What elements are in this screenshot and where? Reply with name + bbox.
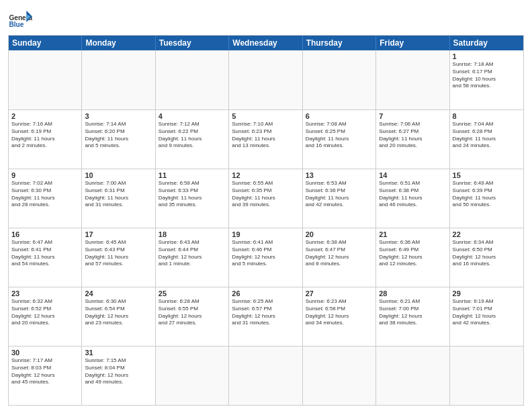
day-info: Sunrise: 7:08 AMSunset: 6:25 PMDaylight:… [306,121,373,150]
day-info: Sunrise: 6:38 AMSunset: 6:47 PMDaylight:… [306,239,373,268]
day-number: 17 [85,230,152,238]
calendar-row-4: 23Sunrise: 6:32 AMSunset: 6:52 PMDayligh… [9,287,523,346]
day-number: 20 [306,230,373,238]
day-info: Sunrise: 7:17 AMSunset: 8:03 PMDaylight:… [11,357,79,386]
day-number: 18 [159,230,226,238]
calendar-cell: 3Sunrise: 7:14 AMSunset: 6:20 PMDaylight… [82,110,155,169]
day-info: Sunrise: 6:41 AMSunset: 6:46 PMDaylight:… [232,239,299,268]
calendar-cell: 11Sunrise: 6:58 AMSunset: 6:33 PMDayligh… [156,169,229,228]
day-number: 27 [306,289,373,298]
day-info: Sunrise: 6:36 AMSunset: 6:49 PMDaylight:… [379,239,446,268]
day-info: Sunrise: 6:32 AMSunset: 6:52 PMDaylight:… [11,298,79,327]
header-day-friday: Friday [376,36,449,50]
calendar-cell: 24Sunrise: 6:30 AMSunset: 6:54 PMDayligh… [82,287,155,346]
day-number: 16 [11,230,79,238]
calendar-row-5: 30Sunrise: 7:17 AMSunset: 8:03 PMDayligh… [9,346,523,405]
calendar-cell: 25Sunrise: 6:28 AMSunset: 6:55 PMDayligh… [156,287,229,346]
day-info: Sunrise: 7:15 AMSunset: 8:04 PMDaylight:… [85,357,152,386]
calendar-cell: 15Sunrise: 6:49 AMSunset: 6:39 PMDayligh… [450,169,523,228]
day-info: Sunrise: 7:02 AMSunset: 6:30 PMDaylight:… [11,180,79,209]
calendar-header: SundayMondayTuesdayWednesdayThursdayFrid… [9,36,523,50]
header-day-sunday: Sunday [9,36,82,50]
day-number: 11 [159,171,226,179]
day-number: 4 [159,112,226,120]
calendar-cell [376,347,449,405]
day-number: 9 [11,171,79,179]
header-day-saturday: Saturday [450,36,523,50]
day-number: 10 [85,171,152,179]
day-number: 3 [85,112,152,120]
calendar-cell [450,347,523,405]
calendar-cell: 19Sunrise: 6:41 AMSunset: 6:46 PMDayligh… [229,228,302,287]
day-number: 2 [11,112,79,120]
calendar-cell [376,50,449,109]
calendar-cell [82,50,155,109]
day-info: Sunrise: 6:49 AMSunset: 6:39 PMDaylight:… [453,180,521,209]
calendar-row-0: 1Sunrise: 7:18 AMSunset: 6:17 PMDaylight… [9,50,523,109]
day-info: Sunrise: 7:12 AMSunset: 6:22 PMDaylight:… [159,121,226,150]
day-number: 22 [453,230,521,238]
calendar-cell: 31Sunrise: 7:15 AMSunset: 8:04 PMDayligh… [82,347,155,405]
day-info: Sunrise: 6:23 AMSunset: 6:58 PMDaylight:… [306,298,373,327]
calendar-page: General Blue SundayMondayTuesdayWednesda… [0,0,532,411]
day-info: Sunrise: 6:58 AMSunset: 6:33 PMDaylight:… [159,180,226,209]
day-number: 15 [453,171,521,179]
svg-text:Blue: Blue [9,21,24,28]
header-day-monday: Monday [82,36,155,50]
day-info: Sunrise: 7:14 AMSunset: 6:20 PMDaylight:… [85,121,152,150]
day-info: Sunrise: 6:30 AMSunset: 6:54 PMDaylight:… [85,298,152,327]
day-info: Sunrise: 6:53 AMSunset: 6:36 PMDaylight:… [306,180,373,209]
calendar-cell: 5Sunrise: 7:10 AMSunset: 6:23 PMDaylight… [229,110,302,169]
day-number: 7 [379,112,446,120]
calendar-cell: 6Sunrise: 7:08 AMSunset: 6:25 PMDaylight… [303,110,376,169]
calendar-cell: 14Sunrise: 6:51 AMSunset: 6:38 PMDayligh… [376,169,449,228]
day-info: Sunrise: 7:16 AMSunset: 6:19 PMDaylight:… [11,121,79,150]
day-number: 24 [85,289,152,298]
day-info: Sunrise: 7:10 AMSunset: 6:23 PMDaylight:… [232,121,299,150]
calendar-cell: 17Sunrise: 6:45 AMSunset: 6:43 PMDayligh… [82,228,155,287]
calendar-row-3: 16Sunrise: 6:47 AMSunset: 6:41 PMDayligh… [9,228,523,287]
calendar-cell: 1Sunrise: 7:18 AMSunset: 6:17 PMDaylight… [450,50,523,109]
logo: General Blue [8,7,32,31]
day-info: Sunrise: 7:18 AMSunset: 6:17 PMDaylight:… [453,61,521,90]
day-number: 31 [85,349,152,357]
day-info: Sunrise: 6:34 AMSunset: 6:50 PMDaylight:… [453,239,521,268]
calendar-cell: 9Sunrise: 7:02 AMSunset: 6:30 PMDaylight… [9,169,82,228]
calendar-cell: 2Sunrise: 7:16 AMSunset: 6:19 PMDaylight… [9,110,82,169]
day-number: 23 [11,289,79,298]
day-number: 30 [11,349,79,357]
header-day-thursday: Thursday [303,36,376,50]
calendar-cell: 28Sunrise: 6:21 AMSunset: 7:00 PMDayligh… [376,287,449,346]
calendar-cell: 20Sunrise: 6:38 AMSunset: 6:47 PMDayligh… [303,228,376,287]
day-info: Sunrise: 6:55 AMSunset: 6:35 PMDaylight:… [232,180,299,209]
day-info: Sunrise: 6:43 AMSunset: 6:44 PMDaylight:… [159,239,226,268]
calendar-cell [156,50,229,109]
day-number: 26 [232,289,299,298]
calendar-row-1: 2Sunrise: 7:16 AMSunset: 6:19 PMDaylight… [9,109,523,169]
day-info: Sunrise: 6:19 AMSunset: 7:01 PMDaylight:… [453,298,521,327]
calendar-cell: 12Sunrise: 6:55 AMSunset: 6:35 PMDayligh… [229,169,302,228]
calendar-cell: 16Sunrise: 6:47 AMSunset: 6:41 PMDayligh… [9,228,82,287]
calendar-cell [303,347,376,405]
day-number: 25 [159,289,226,298]
calendar-cell [9,50,82,109]
calendar-row-2: 9Sunrise: 7:02 AMSunset: 6:30 PMDaylight… [9,169,523,228]
logo-icon: General Blue [8,7,32,31]
day-number: 29 [453,289,521,298]
calendar-cell [156,347,229,405]
day-number: 8 [453,112,521,120]
header-day-tuesday: Tuesday [156,36,229,50]
day-info: Sunrise: 6:28 AMSunset: 6:55 PMDaylight:… [159,298,226,327]
day-info: Sunrise: 6:45 AMSunset: 6:43 PMDaylight:… [85,239,152,268]
calendar-cell: 26Sunrise: 6:25 AMSunset: 6:57 PMDayligh… [229,287,302,346]
calendar-cell: 13Sunrise: 6:53 AMSunset: 6:36 PMDayligh… [303,169,376,228]
calendar: SundayMondayTuesdayWednesdayThursdayFrid… [8,35,524,406]
calendar-body: 1Sunrise: 7:18 AMSunset: 6:17 PMDaylight… [9,50,523,405]
calendar-cell: 23Sunrise: 6:32 AMSunset: 6:52 PMDayligh… [9,287,82,346]
calendar-cell: 4Sunrise: 7:12 AMSunset: 6:22 PMDaylight… [156,110,229,169]
day-number: 6 [306,112,373,120]
calendar-cell: 22Sunrise: 6:34 AMSunset: 6:50 PMDayligh… [450,228,523,287]
calendar-cell: 30Sunrise: 7:17 AMSunset: 8:03 PMDayligh… [9,347,82,405]
day-number: 1 [453,52,521,60]
header-day-wednesday: Wednesday [229,36,302,50]
